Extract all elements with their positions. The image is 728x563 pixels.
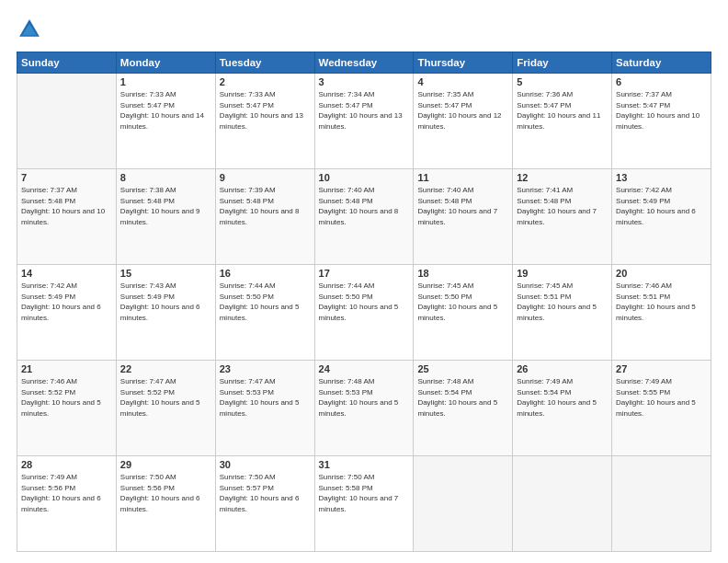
day-number: 8 [120, 172, 211, 183]
calendar-cell: 13Sunrise: 7:42 AMSunset: 5:49 PMDayligh… [612, 169, 711, 265]
day-number: 11 [417, 172, 508, 183]
calendar-header-saturday: Saturday [612, 52, 711, 74]
day-number: 17 [319, 268, 410, 279]
calendar-cell: 29Sunrise: 7:50 AMSunset: 5:56 PMDayligh… [116, 456, 215, 552]
calendar-header-friday: Friday [513, 52, 612, 74]
calendar-cell: 26Sunrise: 7:49 AMSunset: 5:54 PMDayligh… [513, 361, 612, 456]
day-number: 2 [220, 76, 311, 87]
calendar-cell: 7Sunrise: 7:37 AMSunset: 5:48 PMDaylight… [17, 169, 117, 265]
page: SundayMondayTuesdayWednesdayThursdayFrid… [0, 0, 728, 563]
calendar-cell: 14Sunrise: 7:42 AMSunset: 5:49 PMDayligh… [17, 265, 117, 361]
header [17, 17, 711, 42]
calendar-cell: 10Sunrise: 7:40 AMSunset: 5:48 PMDayligh… [314, 169, 414, 265]
day-info: Sunrise: 7:46 AMSunset: 5:52 PMDaylight:… [21, 376, 112, 419]
calendar-week-row: 7Sunrise: 7:37 AMSunset: 5:48 PMDaylight… [17, 169, 711, 265]
day-info: Sunrise: 7:48 AMSunset: 5:54 PMDaylight:… [417, 376, 508, 419]
day-info: Sunrise: 7:44 AMSunset: 5:50 PMDaylight:… [220, 281, 311, 323]
calendar-cell: 12Sunrise: 7:41 AMSunset: 5:48 PMDayligh… [513, 169, 612, 265]
day-number: 27 [616, 363, 707, 374]
day-number: 22 [120, 363, 211, 374]
day-number: 1 [120, 76, 211, 87]
day-info: Sunrise: 7:50 AMSunset: 5:58 PMDaylight:… [319, 472, 410, 514]
day-info: Sunrise: 7:48 AMSunset: 5:53 PMDaylight:… [319, 376, 410, 419]
calendar-header-wednesday: Wednesday [314, 52, 414, 74]
day-number: 7 [21, 172, 112, 183]
day-info: Sunrise: 7:38 AMSunset: 5:48 PMDaylight:… [120, 185, 211, 227]
calendar-cell: 17Sunrise: 7:44 AMSunset: 5:50 PMDayligh… [314, 265, 414, 361]
logo-icon [17, 17, 42, 42]
calendar-cell: 4Sunrise: 7:35 AMSunset: 5:47 PMDaylight… [414, 74, 513, 169]
calendar-cell: 3Sunrise: 7:34 AMSunset: 5:47 PMDaylight… [314, 74, 414, 169]
calendar-cell [17, 74, 117, 169]
day-number: 19 [517, 268, 608, 279]
calendar-cell: 20Sunrise: 7:46 AMSunset: 5:51 PMDayligh… [612, 265, 711, 361]
day-info: Sunrise: 7:45 AMSunset: 5:51 PMDaylight:… [517, 281, 608, 323]
day-info: Sunrise: 7:37 AMSunset: 5:48 PMDaylight:… [21, 185, 112, 227]
day-info: Sunrise: 7:47 AMSunset: 5:52 PMDaylight:… [120, 376, 211, 419]
day-info: Sunrise: 7:50 AMSunset: 5:57 PMDaylight:… [220, 472, 311, 514]
calendar-cell [414, 456, 513, 552]
calendar-cell: 16Sunrise: 7:44 AMSunset: 5:50 PMDayligh… [215, 265, 314, 361]
calendar-cell [513, 456, 612, 552]
calendar-header-thursday: Thursday [414, 52, 513, 74]
calendar-header-sunday: Sunday [17, 52, 117, 74]
calendar-cell: 1Sunrise: 7:33 AMSunset: 5:47 PMDaylight… [116, 74, 215, 169]
day-info: Sunrise: 7:41 AMSunset: 5:48 PMDaylight:… [517, 185, 608, 227]
day-number: 14 [21, 268, 112, 279]
calendar-cell: 31Sunrise: 7:50 AMSunset: 5:58 PMDayligh… [314, 456, 414, 552]
day-number: 20 [616, 268, 707, 279]
calendar-cell: 9Sunrise: 7:39 AMSunset: 5:48 PMDaylight… [215, 169, 314, 265]
calendar-week-row: 28Sunrise: 7:49 AMSunset: 5:56 PMDayligh… [17, 456, 711, 552]
day-number: 29 [120, 459, 211, 470]
calendar-cell: 15Sunrise: 7:43 AMSunset: 5:49 PMDayligh… [116, 265, 215, 361]
calendar-cell: 5Sunrise: 7:36 AMSunset: 5:47 PMDaylight… [513, 74, 612, 169]
calendar-cell: 28Sunrise: 7:49 AMSunset: 5:56 PMDayligh… [17, 456, 117, 552]
day-info: Sunrise: 7:42 AMSunset: 5:49 PMDaylight:… [616, 185, 707, 227]
day-info: Sunrise: 7:39 AMSunset: 5:48 PMDaylight:… [220, 185, 311, 227]
calendar-cell: 8Sunrise: 7:38 AMSunset: 5:48 PMDaylight… [116, 169, 215, 265]
calendar-header-monday: Monday [116, 52, 215, 74]
day-number: 26 [517, 363, 608, 374]
day-number: 25 [417, 363, 508, 374]
day-info: Sunrise: 7:42 AMSunset: 5:49 PMDaylight:… [21, 281, 112, 323]
day-number: 3 [319, 76, 410, 87]
day-number: 10 [319, 172, 410, 183]
day-number: 21 [21, 363, 112, 374]
calendar-cell: 11Sunrise: 7:40 AMSunset: 5:48 PMDayligh… [414, 169, 513, 265]
day-info: Sunrise: 7:43 AMSunset: 5:49 PMDaylight:… [120, 281, 211, 323]
day-info: Sunrise: 7:35 AMSunset: 5:47 PMDaylight:… [417, 89, 508, 132]
calendar-week-row: 14Sunrise: 7:42 AMSunset: 5:49 PMDayligh… [17, 265, 711, 361]
day-info: Sunrise: 7:37 AMSunset: 5:47 PMDaylight:… [616, 89, 707, 132]
day-number: 30 [220, 459, 311, 470]
day-info: Sunrise: 7:49 AMSunset: 5:56 PMDaylight:… [21, 472, 112, 514]
calendar-body: 1Sunrise: 7:33 AMSunset: 5:47 PMDaylight… [17, 74, 711, 552]
day-number: 5 [517, 76, 608, 87]
calendar-cell: 22Sunrise: 7:47 AMSunset: 5:52 PMDayligh… [116, 361, 215, 456]
calendar-cell: 23Sunrise: 7:47 AMSunset: 5:53 PMDayligh… [215, 361, 314, 456]
day-info: Sunrise: 7:50 AMSunset: 5:56 PMDaylight:… [120, 472, 211, 514]
day-number: 16 [220, 268, 311, 279]
calendar-cell: 2Sunrise: 7:33 AMSunset: 5:47 PMDaylight… [215, 74, 314, 169]
day-number: 6 [616, 76, 707, 87]
calendar-cell: 21Sunrise: 7:46 AMSunset: 5:52 PMDayligh… [17, 361, 117, 456]
day-number: 4 [417, 76, 508, 87]
day-info: Sunrise: 7:47 AMSunset: 5:53 PMDaylight:… [220, 376, 311, 419]
day-number: 15 [120, 268, 211, 279]
day-info: Sunrise: 7:36 AMSunset: 5:47 PMDaylight:… [517, 89, 608, 132]
day-info: Sunrise: 7:46 AMSunset: 5:51 PMDaylight:… [616, 281, 707, 323]
day-number: 12 [517, 172, 608, 183]
calendar-cell: 24Sunrise: 7:48 AMSunset: 5:53 PMDayligh… [314, 361, 414, 456]
day-info: Sunrise: 7:40 AMSunset: 5:48 PMDaylight:… [319, 185, 410, 227]
day-info: Sunrise: 7:34 AMSunset: 5:47 PMDaylight:… [319, 89, 410, 132]
calendar-header-tuesday: Tuesday [215, 52, 314, 74]
day-number: 24 [319, 363, 410, 374]
logo [17, 17, 46, 42]
calendar-week-row: 1Sunrise: 7:33 AMSunset: 5:47 PMDaylight… [17, 74, 711, 169]
day-info: Sunrise: 7:33 AMSunset: 5:47 PMDaylight:… [120, 89, 211, 132]
day-number: 9 [220, 172, 311, 183]
calendar-cell: 27Sunrise: 7:49 AMSunset: 5:55 PMDayligh… [612, 361, 711, 456]
calendar-cell: 6Sunrise: 7:37 AMSunset: 5:47 PMDaylight… [612, 74, 711, 169]
day-number: 13 [616, 172, 707, 183]
day-number: 18 [417, 268, 508, 279]
day-info: Sunrise: 7:45 AMSunset: 5:50 PMDaylight:… [417, 281, 508, 323]
